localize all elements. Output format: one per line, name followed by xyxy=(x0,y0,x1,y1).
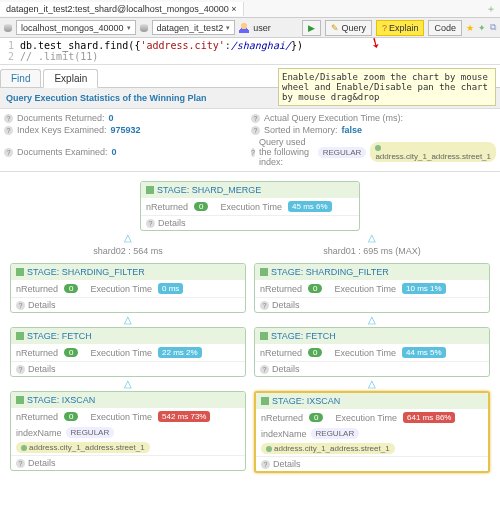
flag-icon xyxy=(146,186,154,194)
stage-sharding-filter[interactable]: STAGE: SHARDING_FILTER nReturned0Executi… xyxy=(254,263,490,313)
add-tab-icon[interactable]: ＋ xyxy=(482,2,500,16)
flag-icon xyxy=(16,332,24,340)
stage-sharding-filter[interactable]: STAGE: SHARDING_FILTER nReturned0Executi… xyxy=(10,263,246,313)
user-icon xyxy=(239,23,249,33)
copy-icon[interactable]: ⧉ xyxy=(490,22,496,33)
flag-icon xyxy=(260,332,268,340)
flag-icon xyxy=(260,268,268,276)
tooltip: Enable/Disable zoom the chart by mouse w… xyxy=(278,68,496,106)
stage-ixscan-highlighted[interactable]: STAGE: IXSCAN nReturned0Execution Time64… xyxy=(254,391,490,473)
editor-tab[interactable]: datagen_it_test2:test_shard@localhost_mo… xyxy=(0,2,244,16)
fav-icon[interactable]: ★ xyxy=(466,23,474,33)
flag-icon xyxy=(261,397,269,405)
user-label: user xyxy=(253,23,271,33)
flag-icon xyxy=(16,268,24,276)
shard-label: shard02 : 564 ms xyxy=(10,242,246,260)
add-icon[interactable]: ✦ xyxy=(478,23,486,33)
db-icon xyxy=(140,24,148,32)
run-button[interactable]: ▶ xyxy=(302,20,321,36)
stage-fetch[interactable]: STAGE: FETCH nReturned0Execution Time44 … xyxy=(254,327,490,377)
stage-ixscan[interactable]: STAGE: IXSCAN nReturned0Execution Time54… xyxy=(10,391,246,471)
db-icon xyxy=(4,24,12,32)
tab-explain[interactable]: Explain xyxy=(43,69,98,88)
code-button[interactable]: Code xyxy=(428,20,462,36)
connection-dropdown[interactable]: localhost_mongos_40000▾ xyxy=(16,20,136,35)
query-button[interactable]: ✎Query xyxy=(325,20,372,36)
flag-icon xyxy=(16,396,24,404)
plan-title: Query Execution Statistics of the Winnin… xyxy=(6,93,206,103)
explain-button[interactable]: ?Explain xyxy=(376,20,425,36)
database-dropdown[interactable]: datagen_it_test2▾ xyxy=(152,20,236,35)
stage-shard-merge[interactable]: STAGE: SHARD_MERGE nReturned0Execution T… xyxy=(140,181,360,231)
code-editor[interactable]: 1db.test_shard.find({'address.city':/sha… xyxy=(0,38,500,65)
shard-label: shard01 : 695 ms (MAX) xyxy=(254,242,490,260)
stage-fetch[interactable]: STAGE: FETCH nReturned0Execution Time22 … xyxy=(10,327,246,377)
tab-find[interactable]: Find xyxy=(0,69,41,87)
